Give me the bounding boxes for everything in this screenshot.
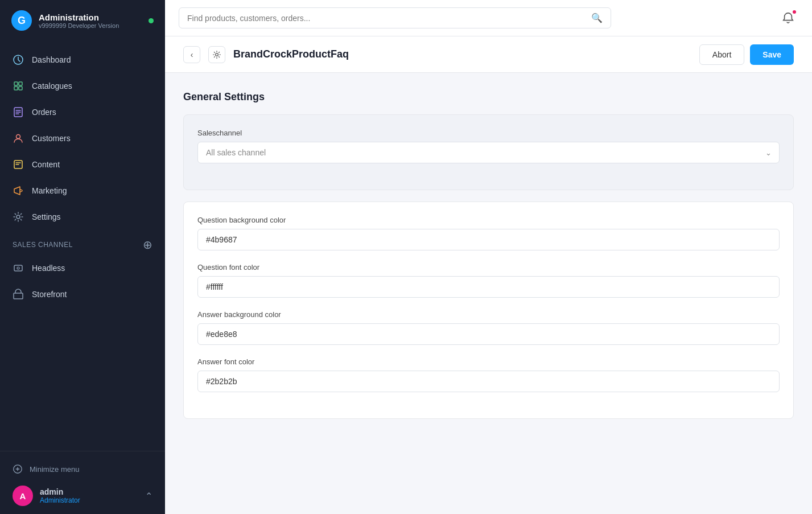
sidebar-item-label: Headless (32, 264, 65, 273)
notification-badge (792, 9, 797, 15)
topbar: 🔍 (165, 0, 812, 36)
page-settings-button[interactable] (208, 46, 225, 63)
svg-point-13 (216, 53, 219, 56)
avatar: A (13, 486, 33, 506)
sidebar-item-label: Customers (32, 134, 71, 143)
dashboard-icon (13, 54, 24, 65)
answer-bg-color-field: Answer background color (197, 310, 780, 345)
saleschannel-field: Saleschannel All sales channel ⌄ (197, 129, 780, 163)
abort-button[interactable]: Abort (699, 44, 744, 65)
sidebar-item-dashboard[interactable]: Dashboard (0, 47, 165, 73)
header-actions: Abort Save (699, 44, 794, 65)
svg-point-6 (17, 135, 20, 139)
section-title: General Settings (183, 91, 794, 103)
svg-rect-9 (14, 265, 22, 271)
sidebar-item-label: Settings (32, 212, 61, 221)
user-chevron-icon: ⌃ (145, 491, 152, 501)
app-name: Administration (39, 13, 119, 22)
sidebar-item-label: Content (32, 160, 60, 169)
svg-rect-2 (19, 82, 22, 85)
headless-icon (13, 262, 24, 274)
notification-button[interactable] (778, 8, 798, 28)
app-logo: G (11, 10, 32, 31)
sidebar-item-settings[interactable]: Settings (0, 204, 165, 230)
sidebar-item-content[interactable]: Content (0, 151, 165, 178)
svg-rect-1 (14, 82, 18, 85)
answer-font-color-field: Answer font color (197, 357, 780, 392)
user-details: admin Administrator (40, 487, 80, 504)
save-button[interactable]: Save (750, 44, 794, 65)
svg-rect-4 (19, 87, 22, 90)
marketing-icon (13, 185, 24, 196)
add-sales-channel-button[interactable]: ⊕ (143, 238, 153, 252)
svg-point-8 (17, 215, 20, 219)
sidebar-item-label: Storefront (32, 290, 67, 299)
saleschannel-label: Saleschannel (197, 129, 780, 137)
sidebar: G Administration v9999999 Developer Vers… (0, 0, 165, 514)
sales-channel-label: Sales channel (13, 241, 73, 249)
page-header: ‹ BrandCrockProductFaq Abort Save (165, 36, 812, 73)
user-role: Administrator (40, 496, 80, 504)
sidebar-item-customers[interactable]: Customers (0, 125, 165, 151)
minimize-icon (13, 464, 23, 474)
saleschannel-card: Saleschannel All sales channel ⌄ (183, 114, 794, 190)
sidebar-item-storefront[interactable]: Storefront (0, 281, 165, 307)
answer-font-color-input[interactable] (197, 371, 780, 392)
colors-card: Question background color Question font … (183, 202, 794, 419)
question-bg-color-field: Question background color (197, 216, 780, 250)
sidebar-item-catalogues[interactable]: Catalogues (0, 73, 165, 99)
catalogue-icon (13, 80, 24, 92)
sidebar-item-label: Marketing (32, 186, 67, 195)
form-content: General Settings Saleschannel All sales … (165, 73, 812, 449)
question-font-color-label: Question font color (197, 263, 780, 272)
answer-bg-color-label: Answer background color (197, 310, 780, 319)
page-title: BrandCrockProductFaq (233, 48, 349, 60)
answer-bg-color-input[interactable] (197, 323, 780, 345)
svg-rect-11 (14, 293, 23, 299)
user-info[interactable]: A admin Administrator ⌃ (13, 479, 152, 506)
answer-font-color-label: Answer font color (197, 357, 780, 366)
saleschannel-select-wrapper: All sales channel ⌄ (197, 142, 780, 163)
sidebar-item-marketing[interactable]: Marketing (0, 178, 165, 204)
sidebar-item-headless[interactable]: Headless (0, 255, 165, 281)
topbar-right (778, 8, 798, 28)
content-icon (13, 159, 24, 170)
content-area: ‹ BrandCrockProductFaq Abort Save Genera… (165, 36, 812, 514)
minimize-menu-button[interactable]: Minimize menu (13, 459, 152, 479)
storefront-icon (13, 289, 24, 300)
question-bg-color-label: Question background color (197, 216, 780, 224)
sidebar-item-label: Catalogues (32, 81, 72, 91)
app-version: v9999999 Developer Version (39, 22, 119, 29)
question-bg-color-input[interactable] (197, 229, 780, 250)
orders-icon (13, 106, 24, 118)
saleschannel-select[interactable]: All sales channel (197, 142, 780, 163)
sidebar-item-orders[interactable]: Orders (0, 99, 165, 125)
user-name: admin (40, 487, 80, 496)
sales-channel-section: Sales channel ⊕ (0, 230, 165, 255)
gear-icon (212, 50, 221, 59)
question-font-color-input[interactable] (197, 276, 780, 298)
settings-icon (13, 211, 24, 223)
svg-rect-3 (14, 87, 18, 90)
colors-card-section: Question background color Question font … (184, 202, 793, 418)
sidebar-header: G Administration v9999999 Developer Vers… (0, 0, 165, 41)
search-bar[interactable]: 🔍 (179, 7, 611, 28)
sidebar-item-label: Dashboard (32, 55, 71, 64)
online-indicator (149, 18, 154, 23)
sidebar-title: Administration v9999999 Developer Versio… (39, 13, 119, 29)
search-input[interactable] (187, 14, 586, 23)
sidebar-nav: Dashboard Catalogues Orders Customers (0, 41, 165, 451)
main-content: 🔍 ‹ BrandCrockProductFaq Abort Save Gene… (165, 0, 812, 514)
svg-point-10 (17, 267, 19, 269)
search-icon: 🔍 (591, 13, 603, 23)
sidebar-item-label: Orders (32, 108, 56, 117)
sidebar-bottom: Minimize menu A admin Administrator ⌃ (0, 451, 165, 514)
question-font-color-field: Question font color (197, 263, 780, 298)
customers-icon (13, 133, 24, 144)
back-button[interactable]: ‹ (183, 46, 200, 63)
